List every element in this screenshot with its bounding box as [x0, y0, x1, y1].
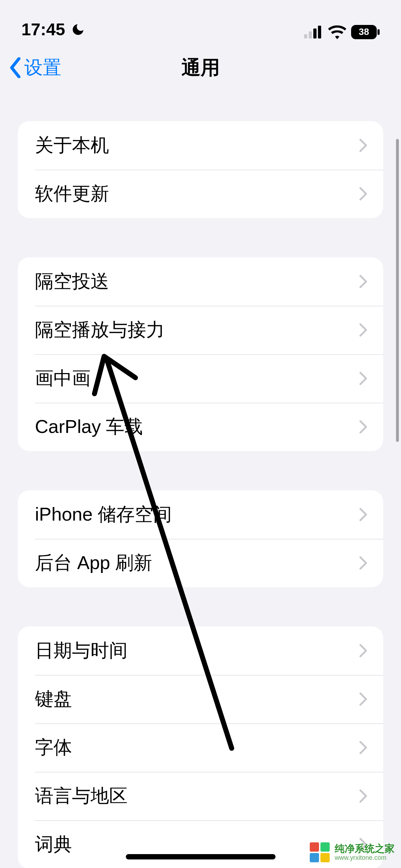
row-airplay-handoff[interactable]: 隔空播放与接力	[18, 306, 383, 354]
chevron-right-icon	[359, 556, 367, 570]
watermark-text: 纯净系统之家 www.yrxitone.com	[335, 843, 395, 862]
row-label: 语言与地区	[35, 784, 128, 808]
chevron-right-icon	[359, 274, 367, 289]
row-software-update[interactable]: 软件更新	[18, 170, 383, 218]
chevron-right-icon	[359, 692, 367, 706]
svg-rect-8	[310, 842, 319, 852]
row-label: 软件更新	[35, 181, 109, 206]
row-label: 关于本机	[35, 133, 109, 158]
chevron-right-icon	[359, 420, 367, 434]
row-about[interactable]: 关于本机	[18, 121, 383, 170]
row-iphone-storage[interactable]: iPhone 储存空间	[18, 490, 383, 539]
status-bar: 17:45 38	[0, 0, 401, 43]
watermark-logo-icon	[309, 842, 330, 863]
watermark: 纯净系统之家 www.yrxitone.com	[309, 842, 395, 863]
row-keyboard[interactable]: 键盘	[18, 675, 383, 723]
row-label: 后台 App 刷新	[35, 551, 152, 575]
battery-icon: 38	[351, 25, 380, 39]
chevron-right-icon	[359, 789, 367, 803]
chevron-right-icon	[359, 644, 367, 658]
chevron-right-icon	[359, 187, 367, 201]
cellular-signal-icon	[304, 26, 323, 38]
row-language-region[interactable]: 语言与地区	[18, 772, 383, 820]
settings-group: 关于本机 软件更新	[18, 121, 383, 218]
content: 关于本机 软件更新 隔空投送 隔空播放与接力 画中画 CarPlay 车载 iP…	[0, 93, 401, 868]
row-fonts[interactable]: 字体	[18, 723, 383, 772]
back-button[interactable]: 设置	[9, 55, 61, 80]
chevron-right-icon	[359, 138, 367, 153]
svg-rect-10	[310, 853, 319, 862]
row-label: 日期与时间	[35, 638, 128, 663]
status-right: 38	[304, 25, 380, 39]
row-label: 键盘	[35, 687, 72, 712]
wifi-icon	[328, 25, 346, 39]
svg-rect-2	[313, 29, 317, 38]
watermark-url: www.yrxitone.com	[335, 854, 395, 862]
status-left: 17:45	[21, 20, 85, 39]
do-not-disturb-icon	[71, 22, 85, 37]
settings-group: iPhone 储存空间 后台 App 刷新	[18, 490, 383, 587]
chevron-right-icon	[359, 740, 367, 755]
watermark-name: 纯净系统之家	[335, 843, 395, 854]
svg-rect-1	[309, 31, 312, 38]
page-title: 通用	[181, 55, 220, 81]
settings-group: 日期与时间 键盘 字体 语言与地区 词典	[18, 626, 383, 868]
chevron-right-icon	[359, 507, 367, 522]
chevron-left-icon	[9, 57, 22, 78]
svg-rect-5	[377, 29, 380, 35]
chevron-right-icon	[359, 323, 367, 337]
svg-rect-3	[318, 26, 321, 38]
chevron-right-icon	[359, 371, 367, 386]
row-label: iPhone 储存空间	[35, 502, 172, 527]
settings-group: 隔空投送 隔空播放与接力 画中画 CarPlay 车载	[18, 257, 383, 451]
svg-rect-11	[320, 853, 330, 862]
row-carplay[interactable]: CarPlay 车载	[18, 403, 383, 451]
scroll-indicator[interactable]	[396, 139, 399, 442]
row-background-app-refresh[interactable]: 后台 App 刷新	[18, 539, 383, 587]
home-indicator[interactable]	[126, 854, 276, 859]
row-label: 画中画	[35, 366, 91, 391]
status-time: 17:45	[21, 20, 65, 39]
back-label: 设置	[24, 55, 61, 80]
row-date-time[interactable]: 日期与时间	[18, 626, 383, 675]
svg-rect-9	[320, 842, 330, 852]
row-label: 隔空播放与接力	[35, 317, 165, 342]
row-picture-in-picture[interactable]: 画中画	[18, 354, 383, 403]
svg-rect-0	[304, 34, 307, 38]
row-label: 隔空投送	[35, 269, 109, 294]
row-airdrop[interactable]: 隔空投送	[18, 257, 383, 306]
row-label: 字体	[35, 735, 72, 760]
nav-bar: 设置 通用	[0, 43, 401, 93]
row-label: CarPlay 车载	[35, 414, 143, 439]
svg-text:38: 38	[359, 26, 369, 37]
row-label: 词典	[35, 832, 72, 857]
